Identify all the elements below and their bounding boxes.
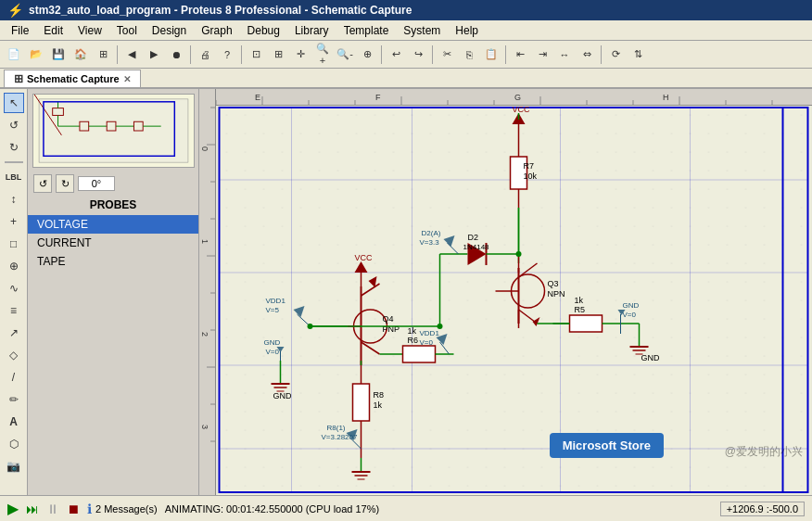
tab-close-schematic[interactable]: ✕: [123, 74, 131, 84]
toolbar-new[interactable]: 📄: [4, 44, 24, 65]
info-icon: ℹ: [87, 502, 92, 516]
menu-file[interactable]: File: [4, 22, 36, 39]
tool-rect[interactable]: □: [4, 234, 24, 254]
toolbar-home[interactable]: 🏠: [70, 44, 91, 65]
menu-graph[interactable]: Graph: [194, 22, 239, 39]
watermark-text: @爱发明的小兴: [725, 445, 803, 458]
menu-tool[interactable]: Tool: [109, 22, 145, 39]
stop-button[interactable]: ⏹: [67, 502, 80, 516]
svg-text:GND: GND: [273, 391, 293, 400]
probe-voltage[interactable]: VOLTAGE: [28, 215, 198, 234]
tool-label[interactable]: LBL: [4, 167, 24, 187]
status-bar: ▶ ⏭ ⏸ ⏹ ℹ 2 Message(s) ANIMATING: 00:01:…: [0, 495, 812, 521]
toolbar-zoom-area[interactable]: ⊕: [357, 44, 377, 65]
toolbar-zoom-out[interactable]: 🔍-: [335, 44, 355, 65]
tool-component[interactable]: +: [4, 211, 24, 232]
sidebar-controls: ↺ ↻ 0°: [28, 172, 198, 195]
toolbar-cut[interactable]: ✂: [437, 44, 457, 65]
svg-text:V=3.28207: V=3.28207: [322, 433, 358, 441]
probes-header: PROBES: [28, 195, 198, 215]
toolbar-zoom-all[interactable]: ⊞: [268, 44, 288, 65]
left-toolbar: ↖ ↺ ↻ LBL ↕ + □ ⊕ ∿ ≡ ↗ ◇ / ✏ A ⬡ 📷: [0, 89, 28, 495]
svg-rect-78: [570, 315, 603, 332]
svg-text:Q3: Q3: [548, 279, 559, 288]
tab-schematic[interactable]: ⊞ Schematic Capture ✕: [4, 70, 141, 87]
pause-button[interactable]: ⏸: [46, 502, 59, 516]
toolbar-copy[interactable]: ⎘: [459, 44, 479, 65]
step-button[interactable]: ⏭: [26, 502, 39, 516]
svg-text:R8: R8: [374, 390, 385, 400]
toolbar-distribute[interactable]: ⇔: [577, 44, 597, 65]
toolbar-undo[interactable]: ↩: [386, 44, 406, 65]
toolbar-align-center[interactable]: ↔: [554, 44, 575, 65]
menu-debug[interactable]: Debug: [240, 22, 287, 39]
svg-text:10k: 10k: [524, 172, 538, 181]
row-label-2: 2: [200, 332, 209, 337]
toolbar-help-q[interactable]: ?: [217, 44, 237, 65]
toolbar-rotate[interactable]: ⟳: [605, 44, 626, 65]
toolbar-pan[interactable]: ✛: [290, 44, 311, 65]
toolbar-print[interactable]: 🖨: [195, 44, 215, 65]
tool-redo-rotate[interactable]: ↻: [4, 137, 24, 158]
toolbar-back[interactable]: ◀: [121, 44, 142, 65]
tool-snapshot[interactable]: 📷: [4, 456, 24, 477]
toolbar-paste[interactable]: 📋: [481, 44, 501, 65]
svg-text:V=3.3: V=3.3: [420, 238, 440, 247]
svg-text:GND: GND: [641, 353, 661, 362]
rotate-ccw-btn[interactable]: ↺: [33, 174, 52, 193]
menu-help[interactable]: Help: [448, 22, 486, 39]
svg-text:VCC: VCC: [355, 253, 374, 262]
row-label-3: 3: [200, 425, 209, 429]
menu-design[interactable]: Design: [145, 22, 194, 39]
schematic-svg[interactable]: VCC R7 10k D2 1N4148 D2(A) V=3.3: [216, 106, 812, 495]
coordinate-display: +1206.9 :-500.0: [720, 502, 805, 516]
probe-current[interactable]: CURRENT: [28, 234, 198, 252]
tool-select[interactable]: ↖: [4, 93, 24, 113]
toolbar-grid[interactable]: ⊞: [93, 44, 113, 65]
title-bar-text: stm32_auto_load_program - Proteus 8 Prof…: [29, 4, 412, 17]
probe-tape[interactable]: TAPE: [28, 252, 198, 271]
svg-point-147: [308, 324, 313, 329]
tool-line[interactable]: /: [4, 367, 24, 388]
tool-wire[interactable]: ∿: [4, 278, 24, 299]
toolbar-align-left[interactable]: ⇤: [510, 44, 530, 65]
menu-view[interactable]: View: [70, 22, 109, 39]
menu-system[interactable]: System: [396, 22, 448, 39]
row-label-1: 1: [200, 239, 209, 244]
svg-text:R7: R7: [524, 161, 535, 171]
tool-rotate[interactable]: ↺: [4, 115, 24, 135]
menu-library[interactable]: Library: [287, 22, 336, 39]
canvas-area[interactable]: E F G H: [199, 89, 812, 495]
svg-text:V=0: V=0: [266, 348, 280, 356]
tool-shape[interactable]: ⬡: [4, 434, 24, 454]
status-message: ℹ 2 Message(s): [87, 502, 158, 516]
message-count: 2 Message(s): [95, 503, 158, 515]
play-button[interactable]: ▶: [7, 500, 19, 517]
menu-template[interactable]: Template: [336, 22, 397, 39]
toolbar-forward[interactable]: ▶: [144, 44, 164, 65]
tool-port[interactable]: ◇: [4, 345, 24, 365]
ms-toast-text: Microsoft Store: [563, 438, 651, 452]
tool-bus[interactable]: ≡: [4, 300, 24, 321]
svg-text:GND: GND: [623, 301, 640, 310]
rotate-cw-btn[interactable]: ↻: [56, 174, 74, 193]
toolbar-zoom-in[interactable]: 🔍+: [312, 44, 333, 65]
minimap[interactable]: [32, 94, 195, 168]
watermark: @爱发明的小兴: [725, 444, 803, 460]
toolbar-open[interactable]: 📂: [26, 44, 46, 65]
tool-textbox[interactable]: A: [4, 412, 24, 432]
toolbar-save[interactable]: 💾: [48, 44, 69, 65]
svg-rect-131: [353, 384, 370, 421]
toolbar-flip[interactable]: ⇅: [628, 44, 648, 65]
toolbar-redo[interactable]: ↪: [408, 44, 428, 65]
tool-subcircuit[interactable]: ↗: [4, 323, 24, 343]
menu-edit[interactable]: Edit: [36, 22, 70, 39]
tool-junction[interactable]: ⊕: [4, 256, 24, 276]
toolbar-zoom-fit[interactable]: ⊡: [246, 44, 266, 65]
tool-mirror[interactable]: ↕: [4, 189, 24, 210]
sidebar: ↺ ↻ 0° PROBES VOLTAGE CURRENT TAPE: [28, 89, 199, 495]
toolbar-align-right[interactable]: ⇥: [532, 44, 552, 65]
toolbar-record[interactable]: ⏺: [166, 44, 186, 65]
svg-text:1k: 1k: [374, 400, 383, 410]
tool-text[interactable]: ✏: [4, 389, 24, 410]
